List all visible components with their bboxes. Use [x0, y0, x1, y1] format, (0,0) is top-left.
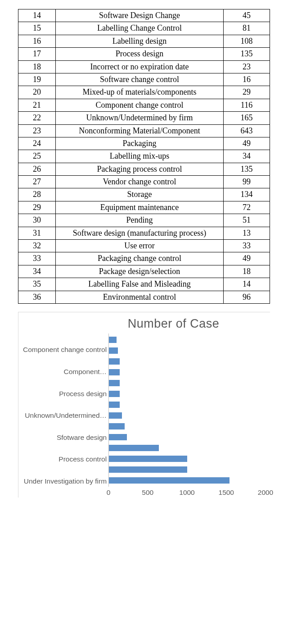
- row-label: Process design: [56, 48, 224, 60]
- row-value: 49: [224, 252, 270, 265]
- table-row: 29Equipment maintenance72: [18, 201, 270, 214]
- row-label: Vendor change control: [56, 176, 224, 188]
- row-value: 116: [224, 99, 270, 111]
- row-label: Unknown/Undetermined by firm: [56, 112, 224, 124]
- chart-category-label: Process design: [23, 388, 107, 399]
- chart-bar-row: [109, 453, 266, 464]
- row-value: 16: [224, 73, 270, 86]
- table-row: 21Component change control116: [18, 99, 270, 111]
- table-row: 23Nonconforming Material/Component643: [18, 124, 270, 137]
- chart-category-label: Component…: [23, 366, 107, 377]
- row-label: Mixed-up of materials/components: [56, 86, 224, 99]
- chart-bar: [109, 466, 187, 473]
- row-number: 35: [18, 278, 56, 291]
- table-row: 24Packaging49: [18, 137, 270, 150]
- chart-y-labels: Component change controlComponent…Proces…: [23, 333, 108, 487]
- row-number: 26: [18, 163, 56, 175]
- chart-bar: [109, 445, 159, 451]
- row-label: Packaging process control: [56, 163, 224, 175]
- chart-bar: [109, 477, 230, 484]
- chart-category-label: [23, 377, 107, 388]
- chart-container: Number of Case Component change controlC…: [18, 312, 270, 498]
- row-number: 23: [18, 124, 56, 137]
- chart-x-tick: 500: [142, 489, 153, 497]
- chart-x-tick: 1500: [219, 489, 234, 497]
- row-number: 22: [18, 112, 56, 124]
- row-value: 33: [224, 240, 270, 252]
- chart-bar-row: [109, 475, 266, 486]
- row-value: 99: [224, 176, 270, 188]
- chart-bar-row: [109, 399, 266, 410]
- chart-bars: [108, 333, 266, 487]
- chart-category-label: Under Investigation by firm: [23, 476, 107, 487]
- row-value: 49: [224, 137, 270, 150]
- row-number: 18: [18, 60, 56, 73]
- row-value: 165: [224, 112, 270, 124]
- row-value: 134: [224, 188, 270, 201]
- table-row: 34Package design/selection18: [18, 265, 270, 278]
- row-label: Software change control: [56, 73, 224, 86]
- chart-title: Number of Case: [23, 317, 266, 331]
- chart-category-label: [23, 356, 107, 366]
- table-row: 16Labelling design108: [18, 35, 270, 47]
- row-value: 135: [224, 48, 270, 60]
- row-number: 19: [18, 73, 56, 86]
- chart-category-label: Unknown/Undetermined…: [23, 410, 107, 421]
- row-value: 643: [224, 124, 270, 137]
- row-label: Labelling Change Control: [56, 22, 224, 35]
- row-label: Labelling mix-ups: [56, 150, 224, 163]
- row-value: 135: [224, 163, 270, 175]
- row-number: 15: [18, 22, 56, 35]
- chart-category-label: [23, 421, 107, 432]
- row-label: Storage: [56, 188, 224, 201]
- row-number: 33: [18, 252, 56, 265]
- table-row: 18Incorrect or no expiration date23: [18, 60, 270, 73]
- row-label: Package design/selection: [56, 265, 224, 278]
- chart-x-tick: 1000: [179, 489, 194, 497]
- chart-bar-row: [109, 356, 266, 367]
- chart-bar-row: [109, 410, 266, 421]
- chart-x-axis: 0500100015002000: [108, 487, 266, 498]
- chart-bar: [109, 337, 117, 343]
- row-value: 18: [224, 265, 270, 278]
- chart-category-label: Sfotware design: [23, 432, 107, 443]
- chart-bar-row: [109, 345, 266, 356]
- chart-category-label: Process control: [23, 454, 107, 465]
- chart-bar-row: [109, 464, 266, 475]
- row-value: 34: [224, 150, 270, 163]
- row-value: 108: [224, 35, 270, 47]
- chart-bar: [109, 347, 118, 354]
- chart-bar: [109, 402, 119, 408]
- chart-bar-row: [109, 443, 266, 453]
- chart-bar-row: [109, 378, 266, 388]
- row-number: 17: [18, 48, 56, 60]
- row-number: 31: [18, 227, 56, 239]
- row-label: Packaging: [56, 137, 224, 150]
- chart-bar: [109, 391, 119, 397]
- table-row: 28Storage134: [18, 188, 270, 201]
- row-label: Nonconforming Material/Component: [56, 124, 224, 137]
- row-number: 21: [18, 99, 56, 111]
- row-value: 29: [224, 86, 270, 99]
- table-row: 31Software design (manufacturing process…: [18, 227, 270, 239]
- table-row: 30Pending51: [18, 214, 270, 227]
- row-label: Software design (manufacturing process): [56, 227, 224, 239]
- table-row: 17Process design135: [18, 48, 270, 60]
- row-number: 16: [18, 35, 56, 47]
- table-row: 22Unknown/Undetermined by firm165: [18, 112, 270, 124]
- table-row: 20Mixed-up of materials/components29: [18, 86, 270, 99]
- root-cause-table: 14Software Design Change4515Labelling Ch…: [18, 9, 270, 304]
- row-number: 24: [18, 137, 56, 150]
- row-number: 25: [18, 150, 56, 163]
- chart-bar-row: [109, 367, 266, 378]
- row-label: Labelling design: [56, 35, 224, 47]
- table-row: 35Labelling False and Misleading14: [18, 278, 270, 291]
- chart-bar: [109, 423, 125, 429]
- row-label: Software Design Change: [56, 9, 224, 22]
- row-value: 72: [224, 201, 270, 214]
- table-row: 19Software change control16: [18, 73, 270, 86]
- table-row: 27Vendor change control99: [18, 176, 270, 188]
- chart-bar: [109, 456, 187, 462]
- chart-bar: [109, 412, 122, 419]
- row-number: 28: [18, 188, 56, 201]
